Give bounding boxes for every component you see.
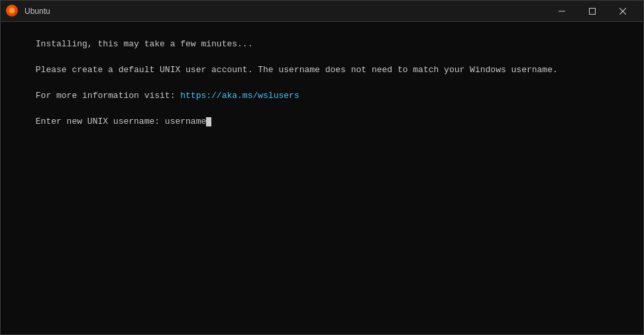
- window-controls: [547, 1, 638, 22]
- terminal-content: Installing, this may take a few minutes.…: [5, 24, 639, 141]
- terminal-window: Ubuntu Installing, this may take: [0, 0, 644, 335]
- minimize-button[interactable]: [547, 1, 577, 22]
- svg-rect-0: [559, 11, 565, 11]
- ubuntu-logo: [6, 5, 18, 17]
- typed-text: username: [165, 117, 206, 126]
- window-title: Ubuntu: [25, 7, 547, 16]
- installing-line: Installing, this may take a few minutes.…: [36, 39, 253, 49]
- app-icon: [6, 5, 19, 18]
- svg-rect-1: [590, 8, 596, 14]
- please-line: Please create a default UNIX user accoun…: [36, 65, 558, 75]
- maximize-button[interactable]: [577, 1, 608, 22]
- enter-username-line: Enter new UNIX username: username: [36, 117, 211, 126]
- close-button[interactable]: [608, 1, 638, 22]
- title-bar: Ubuntu: [1, 1, 643, 22]
- info-line: For more information visit: https://aka.…: [36, 91, 299, 101]
- terminal-body[interactable]: Installing, this may take a few minutes.…: [1, 22, 643, 334]
- info-link: https://aka.ms/wslusers: [180, 91, 299, 101]
- cursor: [206, 117, 211, 126]
